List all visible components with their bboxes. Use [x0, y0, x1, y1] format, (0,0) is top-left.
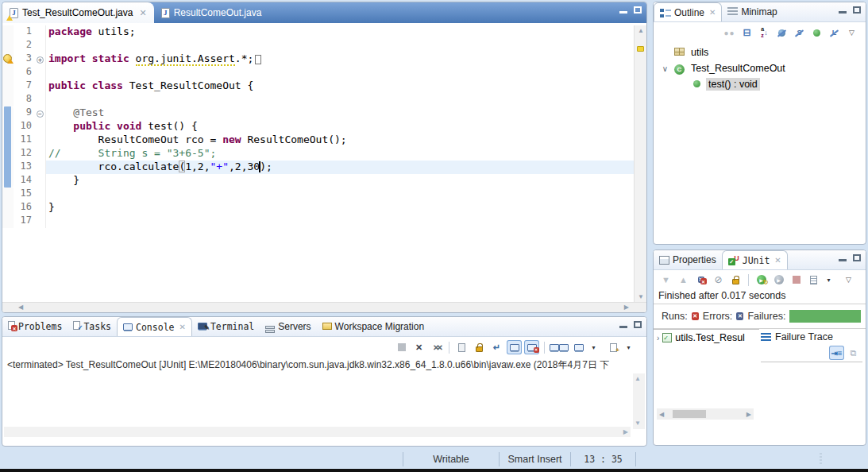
- console-horizontal-scrollbar[interactable]: ▶: [4, 427, 631, 437]
- fold-collapse-icon[interactable]: −: [37, 110, 44, 118]
- scroll-down-icon[interactable]: ▼: [635, 420, 641, 427]
- word-wrap-icon[interactable]: ↵: [489, 340, 504, 354]
- focus-active-task-icon[interactable]: ●●: [722, 25, 737, 40]
- filter-stack-trace-icon[interactable]: ⇥≡: [829, 346, 844, 360]
- hide-fields-icon[interactable]: [774, 25, 789, 40]
- show-skipped-tests-icon[interactable]: ⊘: [711, 273, 726, 287]
- scroll-left-icon[interactable]: ◀: [657, 411, 666, 418]
- code-line[interactable]: 2: [2, 39, 646, 52]
- editor-margin[interactable]: [2, 215, 14, 228]
- junit-tree-hscrollbar[interactable]: ◀ ▶: [657, 408, 754, 420]
- code-line[interactable]: 8: [2, 93, 646, 106]
- pin-console-icon[interactable]: [550, 340, 569, 354]
- code-text[interactable]: [46, 188, 646, 201]
- outline-item-test-resultcomeout[interactable]: ∨CTest_ResultComeOut: [654, 60, 866, 76]
- quickfix-warning-icon[interactable]: [3, 54, 12, 63]
- minimize-icon[interactable]: [839, 11, 847, 14]
- editor-margin[interactable]: [2, 188, 14, 201]
- line-number[interactable]: 14: [14, 174, 35, 188]
- terminate-icon[interactable]: [394, 340, 409, 354]
- editor-margin[interactable]: [2, 93, 14, 106]
- warning-marker[interactable]: [637, 46, 644, 52]
- previous-failed-test-icon[interactable]: ▲: [676, 273, 691, 287]
- open-console-icon[interactable]: +: [606, 340, 621, 354]
- scroll-lock-icon[interactable]: [472, 340, 487, 354]
- tab-minimap[interactable]: Minimap: [722, 2, 782, 21]
- line-number[interactable]: 7: [14, 79, 35, 93]
- line-number[interactable]: 10: [14, 120, 35, 133]
- next-failed-test-icon[interactable]: ▼: [658, 273, 673, 287]
- scroll-right-icon[interactable]: ▶: [744, 411, 754, 418]
- editor-margin[interactable]: [2, 66, 14, 79]
- view-menu-icon[interactable]: ▽: [841, 273, 856, 287]
- fold-column[interactable]: [35, 215, 46, 228]
- close-icon[interactable]: ✕: [774, 256, 781, 265]
- test-run-history-icon[interactable]: [806, 273, 821, 287]
- code-text[interactable]: rco.calculate(1,2,"+",2,30);: [46, 161, 646, 174]
- editor-margin[interactable]: [2, 120, 14, 133]
- code-text[interactable]: import static org.junit.Assert.*;: [46, 52, 646, 66]
- scroll-right-icon[interactable]: ▶: [623, 428, 628, 435]
- outline-item-utils[interactable]: utils: [654, 44, 866, 60]
- line-number[interactable]: 17: [14, 215, 35, 228]
- tab-tasks[interactable]: ✓Tasks: [68, 317, 117, 336]
- remove-all-launches-icon[interactable]: ✕✕: [429, 340, 444, 354]
- show-stderr-icon[interactable]: ✕: [524, 340, 539, 354]
- code-text[interactable]: }: [46, 201, 646, 215]
- scroll-lock-icon[interactable]: [728, 273, 743, 287]
- hide-static-icon[interactable]: S: [792, 25, 807, 40]
- editor-margin[interactable]: [2, 25, 14, 39]
- scrollbar-thumb[interactable]: [673, 410, 706, 418]
- code-line[interactable]: 9− @Test: [2, 106, 646, 120]
- fold-column[interactable]: [35, 161, 46, 174]
- code-line[interactable]: 17: [2, 215, 646, 228]
- line-number[interactable]: 11: [14, 133, 35, 147]
- line-number[interactable]: 15: [14, 188, 35, 201]
- code-text[interactable]: @Test: [46, 106, 646, 120]
- editor-vertical-scrollbar[interactable]: ▲ ▼: [634, 25, 646, 302]
- fold-column[interactable]: [35, 120, 46, 133]
- line-number[interactable]: 1: [14, 25, 35, 39]
- hide-local-types-icon[interactable]: L: [827, 25, 842, 40]
- show-stdout-icon[interactable]: [507, 340, 522, 354]
- code-line[interactable]: 7public class Test_ResultComeOut {: [2, 79, 646, 93]
- tab-workspace-migration[interactable]: Workspace Migration: [317, 317, 430, 336]
- close-icon[interactable]: ✕: [709, 8, 716, 17]
- editor-tab-resultcomeout[interactable]: J ResultComeOut.java: [154, 2, 269, 23]
- tab-outline[interactable]: Outline ✕: [654, 2, 722, 21]
- fold-column[interactable]: +: [35, 52, 46, 66]
- code-text[interactable]: }: [46, 174, 646, 188]
- code-line[interactable]: 15: [2, 188, 646, 201]
- editor-tab-test-resultcomeout[interactable]: J Test_ResultComeOut.java ✕: [2, 2, 154, 23]
- editor-margin[interactable]: [2, 147, 14, 161]
- outline-item-test-void[interactable]: test() : void: [654, 76, 866, 92]
- line-number[interactable]: 9: [14, 106, 35, 120]
- code-text[interactable]: [46, 39, 646, 52]
- line-number[interactable]: 16: [14, 201, 35, 215]
- minimize-icon[interactable]: [619, 11, 627, 14]
- rerun-test-icon[interactable]: ▶↻: [754, 273, 769, 287]
- line-number[interactable]: 13: [14, 161, 35, 174]
- code-line[interactable]: 16}: [2, 201, 646, 215]
- fold-column[interactable]: [35, 147, 46, 161]
- code-text[interactable]: [46, 93, 646, 106]
- fold-column[interactable]: [35, 201, 46, 215]
- fold-column[interactable]: [35, 66, 46, 79]
- code-text[interactable]: // String s = "3+6-5";: [46, 147, 646, 161]
- tab-properties[interactable]: Properties: [654, 250, 722, 269]
- collapse-all-icon[interactable]: ⊟: [739, 25, 754, 40]
- close-icon[interactable]: ✕: [179, 323, 185, 331]
- scroll-up-icon[interactable]: ▲: [635, 375, 641, 382]
- code-line[interactable]: 3+import static org.junit.Assert.*;: [2, 52, 646, 66]
- tab-console[interactable]: Console✕: [117, 317, 192, 336]
- tab-problems[interactable]: ✕Problems: [2, 317, 68, 336]
- console-vertical-scrollbar[interactable]: ▲ ▼: [633, 373, 645, 429]
- scroll-down-icon[interactable]: ▼: [635, 293, 647, 300]
- console-output[interactable]: ▲ ▼ ▶: [2, 373, 646, 437]
- code-text[interactable]: [46, 215, 646, 228]
- code-line[interactable]: 6: [2, 66, 646, 79]
- code-text[interactable]: public class Test_ResultComeOut {: [46, 79, 646, 93]
- code-line[interactable]: 11 ResultComeOut rco = new ResultComeOut…: [2, 133, 646, 147]
- fold-expand-icon[interactable]: +: [37, 56, 44, 64]
- minimize-icon[interactable]: [839, 259, 847, 261]
